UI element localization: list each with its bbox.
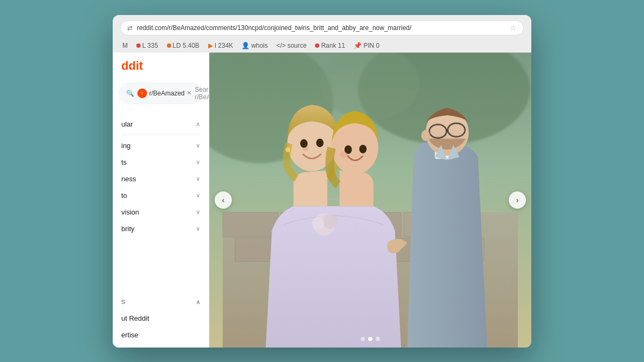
footer-section-label: S — [121, 299, 126, 305]
sidebar: ddit 🔍 r r/BeAmazed ✕ Search in r/BeAmaz… — [113, 53, 209, 348]
ld-dot — [167, 43, 171, 48]
sidebar-item-television[interactable]: vision ∨ — [113, 204, 209, 220]
sidebar-item-sports[interactable]: ts ∨ — [113, 154, 209, 171]
sidebar-label-popular: ular — [121, 120, 133, 128]
source-icon: </> — [276, 42, 286, 49]
bookmark-icon[interactable]: ☆ — [510, 24, 517, 32]
toolbar-i: ▶ I 234K — [208, 42, 233, 49]
url-text: reddit.com/r/BeAmazed/comments/130ncpd/c… — [137, 24, 506, 32]
image-dots — [361, 337, 380, 341]
whois-label: whois — [251, 42, 268, 49]
next-image-button[interactable]: › — [509, 191, 526, 209]
source-label: source — [287, 42, 306, 49]
nav-section-main: ular ∧ ing ∨ ts ∨ ness ∨ to ∨ — [113, 112, 209, 241]
toolbar-m: M — [122, 42, 128, 49]
next-arrow-icon: › — [516, 196, 519, 204]
sidebar-item-about[interactable]: ut Reddit — [113, 310, 209, 327]
sidebar-label-television: vision — [121, 208, 139, 216]
sidebar-item-gaming[interactable]: ing ∨ — [113, 137, 209, 154]
toolbar-source: </> source — [276, 42, 306, 49]
prev-image-button[interactable]: ‹ — [215, 191, 232, 209]
site-icon: ⇄ — [127, 24, 133, 32]
clear-subreddit-button[interactable]: ✕ — [187, 90, 192, 97]
subreddit-label: r/BeAmazed — [149, 90, 185, 97]
sidebar-label-celebrity: brity — [121, 225, 135, 233]
dot-2[interactable] — [368, 337, 372, 341]
main-content: ‹ › — [209, 53, 531, 348]
ld-label: LD 5.40B — [173, 42, 200, 49]
toolbar-ld: LD 5.40B — [167, 42, 200, 49]
toolbar-l: L 335 — [136, 42, 158, 49]
toolbar: M L 335 LD 5.40B ▶ I 234K 👤 whois </> so… — [120, 40, 524, 53]
reddit-logo: ddit — [121, 59, 143, 73]
nav-divider-1 — [121, 135, 200, 135]
dot-3[interactable] — [376, 337, 380, 341]
toolbar-whois: 👤 whois — [241, 42, 268, 49]
sidebar-label-sports: ts — [121, 158, 127, 166]
footer-section-header: S ∧ — [113, 294, 209, 310]
image-viewer: ‹ › — [209, 53, 531, 348]
svg-point-25 — [286, 147, 290, 152]
prev-arrow-icon: ‹ — [222, 196, 225, 204]
sidebar-item-celebrity[interactable]: brity ∨ — [113, 220, 209, 237]
sidebar-item-crypto[interactable]: to ∨ — [113, 187, 209, 204]
subreddit-icon: r — [137, 88, 147, 98]
svg-point-23 — [300, 139, 308, 147]
toolbar-pin: 📌 PIN 0 — [354, 42, 379, 49]
subreddit-badge: r r/BeAmazed ✕ — [137, 88, 192, 98]
svg-point-29 — [340, 151, 348, 157]
chevron-down-icon-2: ∨ — [196, 159, 200, 166]
sidebar-label-crypto: to — [121, 191, 127, 200]
whois-icon: 👤 — [241, 42, 250, 49]
svg-rect-5 — [223, 212, 278, 237]
l-dot — [136, 43, 141, 48]
search-input[interactable]: 🔍 r r/BeAmazed ✕ Search in r/BeAmazed — [119, 83, 202, 104]
i-icon: ▶ — [208, 42, 213, 49]
svg-point-32 — [312, 217, 324, 230]
chevron-up-icon: ∧ — [196, 121, 200, 128]
dot-1[interactable] — [361, 337, 365, 341]
sidebar-label-gaming: ing — [121, 142, 130, 150]
chevron-down-icon-5: ∨ — [196, 209, 200, 216]
page-content: ddit 🔍 r r/BeAmazed ✕ Search in r/BeAmaz… — [113, 53, 531, 348]
chevron-down-icon-1: ∨ — [196, 142, 200, 149]
browser-window: ⇄ reddit.com/r/BeAmazed/comments/130ncpd… — [113, 15, 531, 348]
rank-label: Rank 11 — [321, 42, 345, 49]
svg-point-28 — [359, 144, 367, 153]
l-label: L 335 — [142, 42, 158, 49]
sidebar-item-advertise[interactable]: ertise — [113, 327, 209, 343]
search-icon: 🔍 — [126, 90, 134, 97]
nav-section-footer: S ∧ ut Reddit ertise — [113, 290, 209, 348]
chevron-down-icon-6: ∨ — [196, 225, 200, 232]
sidebar-label-advertise: ertise — [121, 331, 138, 339]
chevron-down-icon-4: ∨ — [196, 192, 200, 199]
chevron-down-icon-3: ∨ — [196, 175, 200, 182]
sidebar-label-about: ut Reddit — [121, 314, 149, 322]
sidebar-label-business: ness — [121, 175, 136, 183]
toolbar-rank: Rank 11 — [315, 42, 345, 49]
i-label: I 234K — [215, 42, 233, 49]
sidebar-item-business[interactable]: ness ∨ — [113, 171, 209, 187]
sidebar-item-popular[interactable]: ular ∧ — [113, 116, 209, 132]
search-bar-wrap: 🔍 r r/BeAmazed ✕ Search in r/BeAmazed — [113, 79, 209, 107]
pin-label: PIN 0 — [363, 42, 379, 49]
pin-icon: 📌 — [354, 42, 362, 49]
m-label: M — [122, 42, 128, 49]
wedding-photo — [209, 53, 531, 348]
svg-point-24 — [316, 138, 324, 147]
svg-point-18 — [421, 130, 430, 141]
address-bar[interactable]: ⇄ reddit.com/r/BeAmazed/comments/130ncpd… — [120, 20, 524, 35]
svg-point-31 — [323, 214, 338, 229]
rank-dot — [315, 43, 319, 48]
image-container: ‹ › — [209, 53, 531, 348]
search-placeholder: Search in r/BeAmazed — [195, 86, 209, 101]
browser-chrome: ⇄ reddit.com/r/BeAmazed/comments/130ncpd… — [113, 15, 531, 53]
footer-chevron-up-icon: ∧ — [196, 299, 201, 306]
reddit-header: ddit — [113, 53, 209, 79]
